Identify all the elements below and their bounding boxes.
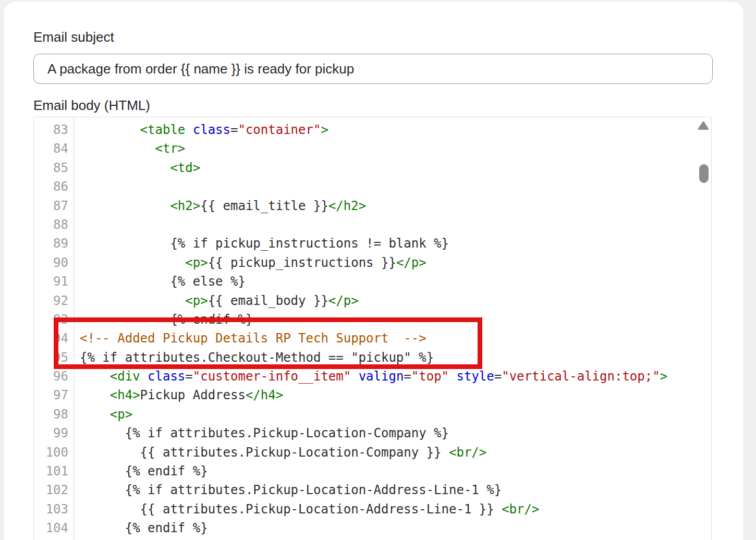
code-text[interactable]: {% if attributes.Pickup-Location-Company… <box>74 424 449 443</box>
scrollbar-up-arrow-icon[interactable] <box>698 121 709 130</box>
line-number: 84 <box>34 139 74 158</box>
code-text[interactable]: <td> <box>74 158 200 177</box>
code-text[interactable]: <h4>Pickup Address</h4> <box>74 386 283 404</box>
line-number: 94 <box>34 329 74 348</box>
scrollbar-thumb[interactable] <box>699 164 709 183</box>
code-text[interactable]: {{ attributes.Pickup-Location-Address-Li… <box>74 500 539 519</box>
code-line[interactable]: 101 {% endif %} <box>34 462 700 481</box>
code-line[interactable]: 96 <div class="customer-info__item" vali… <box>34 367 700 386</box>
code-text[interactable]: {% endif %} <box>74 310 253 329</box>
code-text[interactable]: {% if pickup_instructions != blank %} <box>74 234 449 253</box>
code-line[interactable]: 95{% if attributes.Checkout-Method == "p… <box>34 348 700 367</box>
code-line[interactable]: 87 <h2>{{ email_title }}</h2> <box>34 197 700 215</box>
line-number: 87 <box>34 197 74 215</box>
line-number: 88 <box>34 215 74 234</box>
code-lines[interactable]: 83 <table class="container">84 <tr>85 <t… <box>34 120 700 538</box>
line-number: 101 <box>34 462 74 481</box>
line-number: 98 <box>34 405 74 424</box>
code-line[interactable]: 104 {% endif %} <box>34 519 700 537</box>
code-text[interactable] <box>74 215 80 234</box>
code-line[interactable]: 91 {% else %} <box>34 272 700 291</box>
line-number: 95 <box>34 348 74 367</box>
code-line[interactable]: 83 <table class="container"> <box>34 120 700 139</box>
code-text[interactable]: <p> <box>74 405 132 424</box>
line-number: 96 <box>34 367 74 386</box>
line-number: 99 <box>34 424 74 443</box>
code-line[interactable]: 99 {% if attributes.Pickup-Location-Comp… <box>34 424 700 443</box>
code-line[interactable]: 100 {{ attributes.Pickup-Location-Compan… <box>34 443 700 462</box>
code-line[interactable]: 86 <box>34 177 700 196</box>
code-line[interactable]: 84 <tr> <box>34 139 700 158</box>
code-line[interactable]: 89 {% if pickup_instructions != blank %} <box>34 234 700 253</box>
code-line[interactable]: 90 <p>{{ pickup_instructions }}</p> <box>34 253 700 272</box>
line-number: 100 <box>34 443 74 462</box>
code-text[interactable]: <p>{{ pickup_instructions }}</p> <box>74 253 426 272</box>
line-number: 102 <box>34 481 74 499</box>
code-line[interactable]: 85 <td> <box>34 158 700 177</box>
line-number: 86 <box>34 177 74 196</box>
line-number: 97 <box>34 386 74 404</box>
code-text[interactable]: <table class="container"> <box>74 120 328 139</box>
code-text[interactable]: {% endif %} <box>74 462 208 481</box>
code-text[interactable]: <div class="customer-info__item" valign=… <box>74 367 667 386</box>
code-line[interactable]: 93 {% endif %} <box>34 310 700 329</box>
code-line[interactable]: 103 {{ attributes.Pickup-Location-Addres… <box>34 500 700 519</box>
email-body-label: Email body (HTML) <box>33 97 150 114</box>
code-line[interactable]: 88 <box>34 215 700 234</box>
line-number: 90 <box>34 253 74 272</box>
email-subject-label: Email subject <box>33 29 114 45</box>
code-text[interactable]: {% endif %} <box>74 519 208 537</box>
code-text[interactable]: {% if attributes.Pickup-Location-Address… <box>74 481 502 499</box>
code-text[interactable]: <h2>{{ email_title }}</h2> <box>74 197 366 215</box>
code-text[interactable]: <p>{{ email_body }}</p> <box>74 291 359 310</box>
code-text[interactable]: <!-- Added Pickup Details RP Tech Suppor… <box>74 329 426 348</box>
code-text[interactable]: {% if attributes.Checkout-Method == "pic… <box>74 348 434 367</box>
code-text[interactable]: <tr> <box>74 139 185 158</box>
code-line[interactable]: 102 {% if attributes.Pickup-Location-Add… <box>34 481 700 499</box>
code-text[interactable]: {{ attributes.Pickup-Location-Company }}… <box>74 443 486 462</box>
line-number: 92 <box>34 291 74 310</box>
line-number: 83 <box>34 120 74 139</box>
line-number: 104 <box>34 519 74 537</box>
line-number: 89 <box>34 234 74 253</box>
line-number: 85 <box>34 158 74 177</box>
code-text[interactable]: {% else %} <box>74 272 246 291</box>
code-text[interactable] <box>74 177 80 196</box>
form-card: Email subject Email body (HTML) 83 <tabl… <box>4 2 743 540</box>
page: Email subject Email body (HTML) 83 <tabl… <box>0 0 756 540</box>
code-line[interactable]: 92 <p>{{ email_body }}</p> <box>34 291 700 310</box>
line-number: 91 <box>34 272 74 291</box>
code-line[interactable]: 98 <p> <box>34 405 700 424</box>
code-line[interactable]: 97 <h4>Pickup Address</h4> <box>34 386 700 404</box>
code-line[interactable]: 94<!-- Added Pickup Details RP Tech Supp… <box>34 329 700 348</box>
line-number: 93 <box>34 310 74 329</box>
email-body-editor[interactable]: 83 <table class="container">84 <tr>85 <t… <box>33 117 712 540</box>
email-subject-input[interactable] <box>33 54 713 84</box>
line-number: 103 <box>34 500 74 519</box>
